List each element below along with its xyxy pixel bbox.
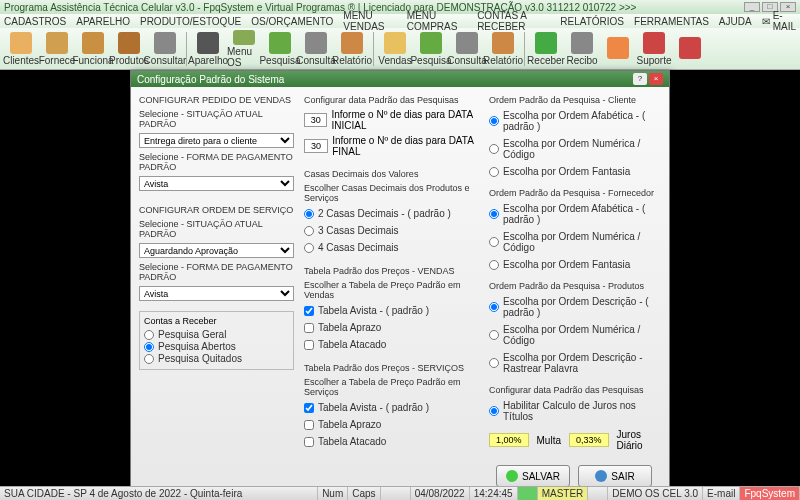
habilitar-juros-radio[interactable]: Habilitar Calculo de Juros nos Títulos: [489, 400, 659, 422]
fornecedor-alfa-radio[interactable]: Escolha por Ordem Afabética - ( padrão ): [489, 203, 659, 225]
toolbar-receber[interactable]: Receber: [529, 30, 563, 68]
cliente-alfa-radio[interactable]: Escolha por Ordem Afabética - ( padrão ): [489, 110, 659, 132]
minimize-button[interactable]: _: [744, 2, 760, 12]
casas-decimais-title: Casas Decimais dos Valores: [304, 169, 479, 179]
dialog-col-3: Ordem Padrão da Pesquisa - Cliente Escol…: [489, 93, 659, 487]
casas-decimais-sub: Escolher Casas Decimais dos Produtos e S…: [304, 183, 479, 203]
menu-cadastros[interactable]: CADASTROS: [4, 16, 66, 27]
Consultar-icon: [154, 32, 176, 54]
status-green-indicator: [518, 487, 538, 500]
tool-icon: [607, 37, 629, 59]
dialog-titlebar: Configuração Padrão do Sistema ? ×: [131, 71, 669, 87]
toolbar-consultar[interactable]: Consultar: [148, 30, 182, 68]
pesquisa-quitados-radio[interactable]: Pesquisa Quitados: [144, 353, 289, 364]
toolbar: ClientesForneceFuncionaProdutosConsultar…: [0, 28, 800, 70]
status-demo: DEMO OS CEL 3.0: [608, 487, 703, 500]
toolbar-pesquisa[interactable]: Pesquisa: [414, 30, 448, 68]
status-bar: SUA CIDADE - SP 4 de Agosto de 2022 - Qu…: [0, 486, 800, 500]
Consulta-icon: [456, 32, 478, 54]
menu-email[interactable]: ✉ E-MAIL: [762, 10, 796, 32]
Pesquisa-icon: [420, 32, 442, 54]
tool-icon: [679, 37, 701, 59]
toolbar-relatório[interactable]: Relatório: [335, 30, 369, 68]
toolbar-pesquisa[interactable]: Pesquisa: [263, 30, 297, 68]
ordem-produtos-title: Ordem Padrão da Pesquisa - Produtos: [489, 281, 659, 291]
contas-receber-title: Contas a Receber: [144, 316, 289, 326]
vendas-situacao-select[interactable]: Entrega direto para o cliente: [139, 133, 294, 148]
toolbar-consulta[interactable]: Consulta: [450, 30, 484, 68]
casas-3-radio[interactable]: 3 Casas Decimais: [304, 225, 479, 236]
dialog-title: Configuração Padrão do Sistema: [137, 74, 284, 85]
multa-value[interactable]: 1,00%: [489, 433, 529, 447]
Vendas-icon: [384, 32, 406, 54]
menu-ajuda[interactable]: AJUDA: [719, 16, 752, 27]
os-situacao-select[interactable]: Aguardando Aprovação: [139, 243, 294, 258]
status-caps: Caps: [348, 487, 380, 500]
toolbar-menu os[interactable]: Menu OS: [227, 30, 261, 68]
dias-final-label: Informe o Nº de dias para DATA FINAL: [332, 135, 479, 157]
status-email[interactable]: E-mail: [703, 487, 740, 500]
status-num: Num: [318, 487, 348, 500]
cliente-fantasia-radio[interactable]: Escolha por Ordem Fantasia: [489, 166, 659, 177]
pesquisa-abertos-radio[interactable]: Pesquisa Abertos: [144, 341, 289, 352]
toolbar-vendas[interactable]: Vendas: [378, 30, 412, 68]
toolbar-relatório[interactable]: Relatório: [486, 30, 520, 68]
toolbar-recibo[interactable]: Recibo: [565, 30, 599, 68]
status-location: SUA CIDADE - SP 4 de Agosto de 2022 - Qu…: [0, 487, 318, 500]
produtos-num-radio[interactable]: Escolha por Ordem Numérica / Código: [489, 324, 659, 346]
menu-aparelho[interactable]: APARELHO: [76, 16, 130, 27]
menu-produto[interactable]: PRODUTO/ESTOQUE: [140, 16, 241, 27]
salvar-button[interactable]: SALVAR: [496, 465, 570, 487]
status-master: MASTER: [538, 487, 589, 500]
tabela-servicos-title: Tabela Padrão dos Preços - SERVIÇOS: [304, 363, 479, 373]
toolbar-aparelho[interactable]: Aparelho: [191, 30, 225, 68]
sair-button[interactable]: SAIR: [578, 465, 652, 487]
toolbar-btn[interactable]: [601, 30, 635, 68]
toolbar-funciona[interactable]: Funciona: [76, 30, 110, 68]
toolbar-consulta[interactable]: Consulta: [299, 30, 333, 68]
dialog-close-button[interactable]: ×: [649, 73, 663, 85]
cliente-num-radio[interactable]: Escolha por Ordem Numérica / Código: [489, 138, 659, 160]
Menu OS-icon: [233, 30, 255, 45]
data-pesquisas-title: Configurar data Padrão das Pesquisas: [304, 95, 479, 105]
produtos-rastrear-radio[interactable]: Escolha por Ordem Descrição - Rastrear P…: [489, 352, 659, 374]
juros-value[interactable]: 0,33%: [569, 433, 609, 447]
Pesquisa-icon: [269, 32, 291, 54]
dias-final-input[interactable]: 30: [304, 139, 328, 153]
status-fpq[interactable]: FpqSystem: [740, 487, 800, 500]
os-pagamento-select[interactable]: Avista: [139, 286, 294, 301]
toolbar-suporte[interactable]: Suporte: [637, 30, 671, 68]
toolbar-fornece[interactable]: Fornece: [40, 30, 74, 68]
servicos-aprazo-check[interactable]: Tabela Aprazo: [304, 419, 479, 430]
dialog-help-button[interactable]: ?: [633, 73, 647, 85]
pesquisa-geral-radio[interactable]: Pesquisa Geral: [144, 329, 289, 340]
ordem-cliente-title: Ordem Padrão da Pesquisa - Cliente: [489, 95, 659, 105]
Fornece-icon: [46, 32, 68, 54]
vendas-atacado-check[interactable]: Tabela Atacado: [304, 339, 479, 350]
vendas-pagamento-select[interactable]: Avista: [139, 176, 294, 191]
fornecedor-fantasia-radio[interactable]: Escolha por Ordem Fantasia: [489, 259, 659, 270]
vendas-avista-check[interactable]: Tabela Avista - ( padrão ): [304, 305, 479, 316]
fornecedor-num-radio[interactable]: Escolha por Ordem Numérica / Código: [489, 231, 659, 253]
casas-2-radio[interactable]: 2 Casas Decimais - ( padrão ): [304, 208, 479, 219]
servicos-atacado-check[interactable]: Tabela Atacado: [304, 436, 479, 447]
ordem-fornecedor-title: Ordem Padrão da Pesquisa - Fornecedor: [489, 188, 659, 198]
Clientes-icon: [10, 32, 32, 54]
toolbar-produtos[interactable]: Produtos: [112, 30, 146, 68]
dias-inicial-input[interactable]: 30: [304, 113, 327, 127]
dias-inicial-label: Informe o Nº de dias para DATA INICIAL: [331, 109, 479, 131]
dialog-col-2: Configurar data Padrão das Pesquisas 30I…: [304, 93, 479, 487]
casas-4-radio[interactable]: 4 Casas Decimais: [304, 242, 479, 253]
juros-label: Juros Diário: [617, 429, 659, 451]
tabela-vendas-title: Tabela Padrão dos Preços - VENDAS: [304, 266, 479, 276]
menu-os[interactable]: OS/ORÇAMENTO: [251, 16, 333, 27]
toolbar-clientes[interactable]: Clientes: [4, 30, 38, 68]
servicos-avista-check[interactable]: Tabela Avista - ( padrão ): [304, 402, 479, 413]
toolbar-btn[interactable]: [673, 30, 707, 68]
produtos-desc-radio[interactable]: Escolha por Ordem Descrição - ( padrão ): [489, 296, 659, 318]
vendas-aprazo-check[interactable]: Tabela Aprazo: [304, 322, 479, 333]
exit-icon: [595, 470, 607, 482]
menu-ferramentas[interactable]: FERRAMENTAS: [634, 16, 709, 27]
window-titlebar: Programa Assistência Técnica Celular v3.…: [0, 0, 800, 14]
menu-relatorios[interactable]: RELATÓRIOS: [560, 16, 624, 27]
